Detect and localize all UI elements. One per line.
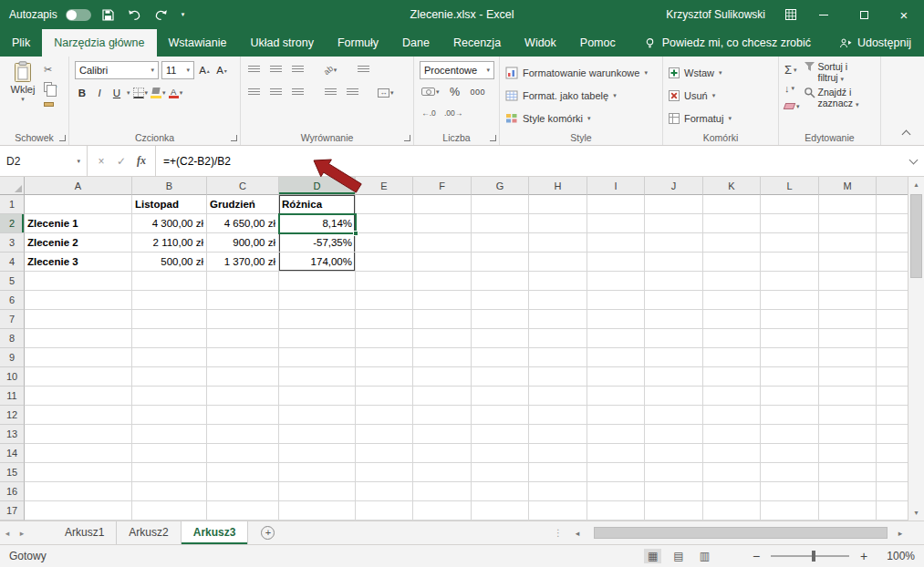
cell-d16[interactable] bbox=[279, 482, 356, 501]
cell-g3[interactable] bbox=[472, 233, 529, 253]
sheet-nav-right-icon[interactable]: ▸ bbox=[15, 529, 29, 538]
cell-f16[interactable] bbox=[413, 482, 472, 501]
cell-b3[interactable]: 2 110,00 zł bbox=[132, 233, 207, 253]
cell-b12[interactable] bbox=[132, 406, 207, 425]
cell-j16[interactable] bbox=[645, 482, 703, 501]
cell-k4[interactable] bbox=[703, 253, 761, 272]
format-painter-button[interactable] bbox=[44, 98, 57, 110]
cell-l12[interactable] bbox=[761, 406, 819, 425]
cell-i5[interactable] bbox=[587, 272, 645, 291]
cell-c15[interactable] bbox=[207, 463, 279, 482]
share-button[interactable]: Udostępnij bbox=[839, 36, 924, 49]
cell-j1[interactable] bbox=[645, 195, 703, 214]
zoom-slider[interactable] bbox=[771, 555, 849, 557]
ribbon-display-options-icon[interactable] bbox=[778, 9, 804, 20]
cell-l3[interactable] bbox=[761, 233, 819, 253]
cell-m2[interactable] bbox=[819, 214, 877, 233]
cell-h13[interactable] bbox=[529, 425, 587, 444]
cell-j8[interactable] bbox=[645, 329, 703, 348]
cell-i10[interactable] bbox=[587, 367, 645, 387]
cell-j3[interactable] bbox=[645, 233, 703, 253]
decrease-indent-button[interactable] bbox=[323, 84, 337, 101]
cell-l10[interactable] bbox=[761, 367, 819, 387]
column-header-c[interactable]: C bbox=[207, 177, 279, 195]
cell-c12[interactable] bbox=[207, 406, 279, 425]
cell-l5[interactable] bbox=[761, 272, 819, 291]
increase-font-button[interactable]: A▴ bbox=[197, 62, 212, 79]
column-header-j[interactable]: J bbox=[645, 177, 703, 195]
cell-m9[interactable] bbox=[819, 348, 877, 367]
cell-e11[interactable] bbox=[356, 387, 413, 406]
cell-h3[interactable] bbox=[529, 233, 587, 253]
cell-f12[interactable] bbox=[413, 406, 472, 425]
italic-button[interactable]: I bbox=[92, 84, 107, 101]
vertical-scroll-thumb[interactable] bbox=[910, 194, 922, 278]
cell-j7[interactable] bbox=[645, 310, 703, 329]
cell-i16[interactable] bbox=[587, 482, 645, 501]
cell-h2[interactable] bbox=[529, 214, 587, 233]
cell-c2[interactable]: 4 650,00 zł bbox=[207, 214, 279, 233]
scroll-down-icon[interactable]: ▾ bbox=[908, 505, 924, 521]
scroll-up-icon[interactable]: ▴ bbox=[908, 177, 924, 192]
cell-a3[interactable]: Zlecenie 2 bbox=[25, 233, 132, 253]
cell-d6[interactable] bbox=[279, 291, 356, 310]
zoom-in-button[interactable]: + bbox=[857, 549, 870, 563]
cell-i11[interactable] bbox=[587, 387, 645, 406]
cell-j6[interactable] bbox=[645, 291, 703, 310]
fill-color-button[interactable]: ▾ bbox=[151, 84, 166, 101]
tab-plik[interactable]: Plik bbox=[0, 29, 42, 57]
cell-f9[interactable] bbox=[413, 348, 472, 367]
fill-handle[interactable] bbox=[353, 231, 358, 236]
cell-g5[interactable] bbox=[472, 272, 529, 291]
cell-e8[interactable] bbox=[356, 329, 413, 348]
zoom-out-button[interactable]: − bbox=[750, 549, 763, 563]
cell-c4[interactable]: 1 370,00 zł bbox=[207, 253, 279, 272]
cell-j2[interactable] bbox=[645, 214, 703, 233]
number-format-select[interactable]: Procentowe▾ bbox=[420, 61, 494, 79]
sheet-tab-arkusz3[interactable]: Arkusz3 bbox=[182, 521, 249, 544]
cell-j17[interactable] bbox=[645, 501, 703, 521]
cell-i7[interactable] bbox=[587, 310, 645, 329]
cell-c9[interactable] bbox=[207, 348, 279, 367]
cell-a4[interactable]: Zlecenie 3 bbox=[25, 253, 132, 272]
cell-k14[interactable] bbox=[703, 444, 761, 463]
horizontal-scrollbar[interactable]: ◂ ▸ bbox=[570, 521, 908, 544]
decrease-decimal-button[interactable]: .00→ bbox=[444, 104, 462, 121]
cell-c6[interactable] bbox=[207, 291, 279, 310]
cell-k17[interactable] bbox=[703, 501, 761, 521]
row-header-1[interactable]: 1 bbox=[0, 195, 25, 214]
cell-e9[interactable] bbox=[356, 348, 413, 367]
cell-e1[interactable] bbox=[356, 195, 413, 214]
cell-g11[interactable] bbox=[472, 387, 529, 406]
bold-button[interactable]: B bbox=[75, 84, 89, 101]
cell-a11[interactable] bbox=[25, 387, 132, 406]
cell-f7[interactable] bbox=[413, 310, 472, 329]
cell-g17[interactable] bbox=[472, 501, 529, 521]
row-header-17[interactable]: 17 bbox=[0, 501, 25, 521]
tab-dane[interactable]: Dane bbox=[390, 29, 441, 57]
tab-narze-dzia-g-o-wne[interactable]: Narzędzia główne bbox=[42, 29, 156, 57]
increase-indent-button[interactable] bbox=[345, 84, 359, 101]
cell-i15[interactable] bbox=[587, 463, 645, 482]
align-middle-button[interactable] bbox=[268, 61, 283, 78]
cell-e17[interactable] bbox=[356, 501, 413, 521]
cell-e16[interactable] bbox=[356, 482, 413, 501]
cell-h8[interactable] bbox=[529, 329, 587, 348]
cell-m10[interactable] bbox=[819, 367, 877, 387]
format-as-table-button[interactable]: Format. jako tabelę ▾ bbox=[505, 84, 658, 107]
cell-f3[interactable] bbox=[413, 233, 472, 253]
cell-h5[interactable] bbox=[529, 272, 587, 291]
redo-button[interactable] bbox=[152, 5, 171, 25]
decrease-font-button[interactable]: A▾ bbox=[214, 62, 229, 79]
row-header-2[interactable]: 2 bbox=[0, 214, 25, 233]
cell-m15[interactable] bbox=[819, 463, 877, 482]
increase-decimal-button[interactable]: ←.0 bbox=[421, 104, 436, 121]
cell-m4[interactable] bbox=[819, 253, 877, 272]
paste-button[interactable]: Wklej ▾ bbox=[5, 61, 40, 110]
cell-l7[interactable] bbox=[761, 310, 819, 329]
insert-function-button[interactable]: fx bbox=[132, 154, 151, 168]
cell-h10[interactable] bbox=[529, 367, 587, 387]
column-header-h[interactable]: H bbox=[529, 177, 587, 195]
tab-widok[interactable]: Widok bbox=[513, 29, 568, 57]
row-header-3[interactable]: 3 bbox=[0, 233, 25, 253]
